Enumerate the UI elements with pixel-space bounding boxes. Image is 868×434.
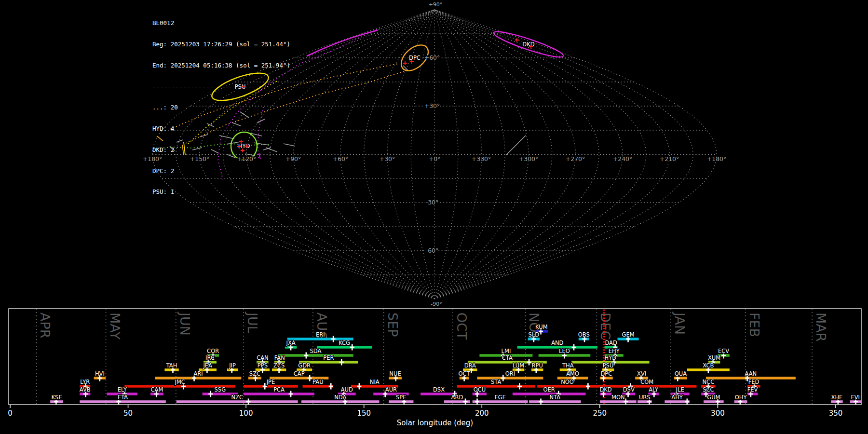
x-tick-label: 100 [239,409,253,418]
shower-STA: STA [457,379,535,390]
shower-PCA: PCA [244,386,314,397]
shower-ETA: ETA [80,394,166,405]
lon-label: +330° [472,155,491,163]
x-tick-label: 0 [8,409,13,418]
shower-code-label: EVI [851,394,860,401]
shower-code-label: KCG [339,339,350,346]
peak-marker [329,383,333,390]
shower-code-label: JPE [266,379,275,385]
x-tick-label: 200 [475,409,489,418]
shower-code-label: JIP [229,362,236,369]
shower-code-label: CAM [151,386,163,393]
shower-DPC: DPC [600,370,613,381]
shower-code-label: GUM [707,394,720,401]
lon-label: +60° [333,155,349,163]
shower-code-label: OHY [735,394,747,401]
month-label: JAN [672,312,687,335]
month-label: SEP [385,312,400,337]
peak-marker [304,353,308,359]
shower-code-label: NCC [703,379,715,385]
shower-JPE: JPE [244,379,298,390]
count-dkd: DKD: 2 [152,147,309,154]
shower-code-label: NOO [561,379,574,385]
shower-code-label: CAN [257,354,269,361]
peak-marker [517,383,522,390]
shower-code-label: DSV [623,386,635,393]
peak-marker [463,399,468,405]
peak-marker [586,383,590,390]
shower-ARI: ARI [155,370,242,381]
shower-code-label: TAH [166,362,177,369]
shower-AHY: AHY [665,394,689,405]
shower-code-label: KSE [52,394,62,401]
shower-code-label: GDR [298,362,311,369]
shower-TAH: TAH [164,362,178,373]
shower-code-label: ALY [649,386,659,393]
shower-HVI: HVI [94,370,106,381]
shower-GEM: GEM [618,331,639,342]
shower-code-label: OCU [474,386,486,393]
lon-label: +240° [613,155,633,163]
shower-code-label: XHE [831,394,843,401]
shower-code-label: AND [551,339,563,346]
lon-label: +30° [380,155,395,163]
shower-OCU: OCU [473,386,487,397]
month-APR: APR [36,309,53,405]
shower-code-label: LYR [80,379,90,385]
shower-code-label: PCA [273,386,285,393]
peak-marker [527,359,531,366]
peak-marker [475,399,479,405]
shower-code-label: XCB [703,362,714,369]
shower-code-label: NTA [550,394,561,401]
shower-code-label: PAU [312,379,323,385]
shower-code-label: NUE [389,370,401,377]
x-tick-label: 150 [357,409,371,418]
lon-label: +180° [707,155,727,163]
lat-label: +30° [424,102,440,109]
count-unidentified: ...: 20 [152,104,309,111]
shower-code-label: AAN [745,370,757,377]
x-axis-title: Solar longitude (deg) [397,419,473,427]
peak-marker [350,344,354,351]
month-label: FEB [747,312,762,337]
shower-code-label: RPU [532,362,543,369]
session-begin: Beg: 20251203 17:26:29 (sol = 251.44°) [152,41,309,48]
shower-code-label: LEO [559,348,570,354]
shower-code-label: ARD [451,394,463,401]
month-OCT: OCT [453,309,469,405]
count-psu: PSU: 1 [152,189,309,196]
activity-timeline: APRMAYJUNJULAUGSEPOCTNOVDECJANFEBMARKUME… [8,309,861,418]
shower-code-label: HVI [95,370,105,377]
month-label: MAY [108,312,122,340]
shower-arc-0 [307,30,377,56]
peak-marker [501,375,505,381]
shower-code-label: EGE [494,394,505,401]
shower-code-label: CAP [294,370,305,377]
shower-code-label: LUM [513,362,524,369]
shower-code-label: ERI [316,331,325,338]
shower-code-label: PPS [258,362,268,369]
shower-code-label: SSG [215,386,226,393]
shower-code-label: NZC [231,394,244,401]
shower-code-label: FED [748,379,760,385]
month-label: JUN [177,312,192,336]
shower-code-label: PER [323,354,334,361]
meteor-trace [506,136,526,155]
lat-label: -60° [426,247,439,254]
shower-KSE: KSE [50,394,63,405]
shower-code-label: URS [639,394,651,401]
shower-code-label: DRA [464,362,476,369]
shower-NZC: NZC [176,394,298,405]
pole-label-north: +90° [429,1,443,8]
shower-XCB: XCB [687,362,730,373]
shower-code-label: AMO [566,370,579,377]
peak-marker [685,399,689,405]
shower-code-label: ARI [193,370,203,377]
meteor-cross-marker [403,61,407,65]
shower-code-label: PSU [603,362,614,369]
shower-code-label: QUA [675,370,687,377]
shower-code-label: EHY [609,348,620,354]
month-JUN: JUN [176,309,192,405]
figure-canvas: PSUDPCHYDDKD+180°+150°+120°+90°+60°+30°+… [0,0,868,434]
shower-code-label: THA [562,362,574,369]
